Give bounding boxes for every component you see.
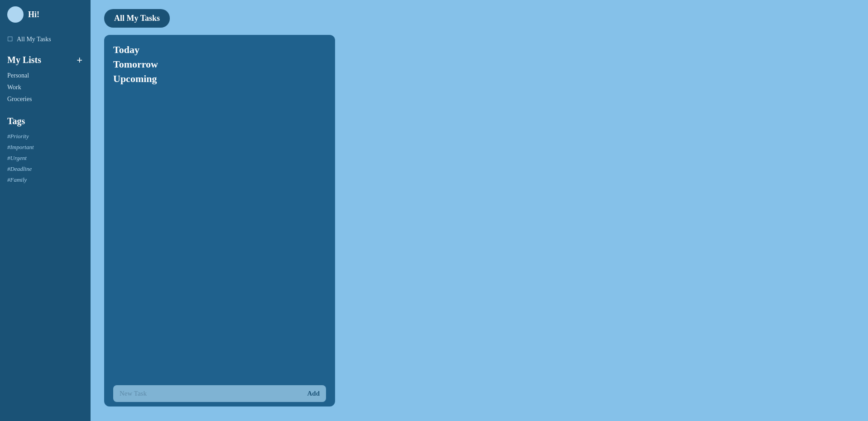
tag-important[interactable]: #Important — [7, 142, 83, 153]
user-greeting: Hi! — [28, 10, 39, 19]
list-item-work[interactable]: Work — [7, 82, 83, 93]
task-card: Today Tomorrow Upcoming Add — [104, 35, 335, 406]
all-tasks-label: All My Tasks — [17, 36, 51, 43]
main-content: All My Tasks Today Tomorrow Upcoming Add — [91, 0, 868, 421]
tag-urgent[interactable]: #Urgent — [7, 153, 83, 164]
my-lists-title: My Lists — [7, 55, 41, 65]
task-filters: Today Tomorrow Upcoming — [113, 44, 326, 85]
user-header: Hi! — [0, 0, 91, 29]
avatar — [7, 6, 24, 23]
lists-container: Personal Work Groceries — [7, 70, 83, 105]
filter-tomorrow[interactable]: Tomorrow — [113, 58, 326, 70]
new-task-bar: Add — [113, 385, 326, 402]
sidebar-all-tasks[interactable]: ☐ All My Tasks — [7, 33, 83, 46]
add-task-button[interactable]: Add — [307, 390, 320, 397]
my-lists-section-header: My Lists + — [7, 55, 83, 65]
checkbox-icon: ☐ — [7, 35, 13, 43]
sidebar-nav: ☐ All My Tasks My Lists + Personal Work … — [0, 29, 91, 189]
filter-today[interactable]: Today — [113, 44, 326, 56]
tag-deadline[interactable]: #Deadline — [7, 164, 83, 174]
tag-priority[interactable]: #Priority — [7, 131, 83, 142]
tags-title: Tags — [7, 116, 83, 126]
filter-upcoming[interactable]: Upcoming — [113, 73, 326, 85]
add-list-button[interactable]: + — [76, 55, 83, 65]
tag-family[interactable]: #Family — [7, 174, 83, 185]
list-item-groceries[interactable]: Groceries — [7, 93, 83, 105]
tags-section: Tags #Priority #Important #Urgent #Deadl… — [7, 116, 83, 185]
new-task-input[interactable] — [120, 390, 307, 397]
list-item-personal[interactable]: Personal — [7, 70, 83, 82]
page-title-button[interactable]: All My Tasks — [104, 9, 170, 28]
task-list-area — [113, 89, 326, 381]
sidebar: Hi! ☐ All My Tasks My Lists + Personal W… — [0, 0, 91, 421]
